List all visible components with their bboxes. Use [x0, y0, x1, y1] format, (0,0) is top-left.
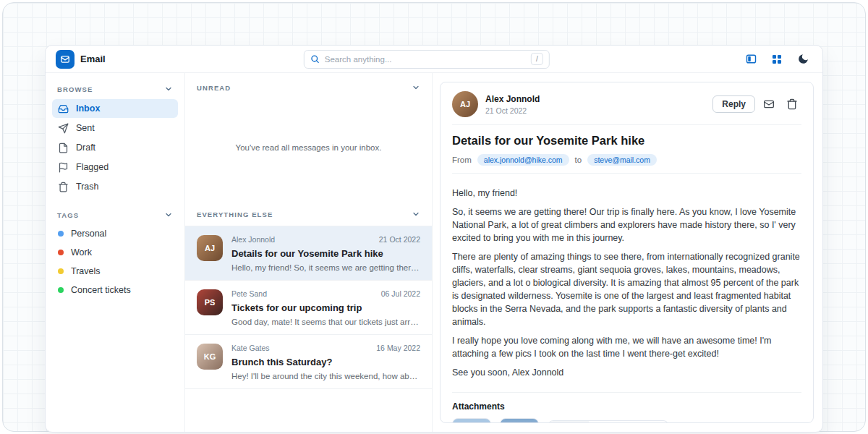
email-subject: Brunch this Saturday? [231, 357, 420, 367]
email-date: 16 May 2022 [376, 344, 420, 352]
tag-color-dot [58, 287, 64, 293]
detail-actions: Reply [712, 95, 801, 114]
photo-attachment-thumbnail[interactable] [452, 418, 491, 423]
email-paragraph: See you soon, Alex Jonnold [452, 366, 801, 379]
email-paragraph: Hello, my friend! [452, 187, 801, 200]
from-email-chip[interactable]: alex.jonnold@hike.com [477, 154, 569, 166]
tag-color-dot [58, 250, 64, 255]
avatar: KG [197, 344, 223, 370]
detail-header: AJ Alex Jonnold 21 Oct 2022 Reply [452, 91, 801, 117]
email-detail-pane: AJ Alex Jonnold 21 Oct 2022 Reply Detail… [440, 82, 814, 423]
tag-item-work[interactable]: Work [52, 243, 178, 262]
mark-unread-envelope-icon[interactable] [760, 95, 778, 114]
to-label: to [575, 156, 582, 164]
file-attachment-card[interactable]: videos-hike.zip 100 MB [548, 420, 669, 423]
email-paragraph: I really hope you love coming along with… [452, 334, 801, 360]
browse-collapse-chevron-icon[interactable] [164, 85, 173, 93]
search-shortcut-badge: / [531, 53, 543, 65]
app-header: Email / [46, 46, 822, 73]
app-title: Email [80, 54, 106, 64]
search-field[interactable] [325, 55, 526, 64]
email-date: 06 Jul 2022 [381, 289, 420, 298]
tag-color-dot [58, 231, 64, 237]
email-preview: Good day, mate! It seems that our ticket… [231, 318, 420, 326]
everything-collapse-chevron-icon[interactable] [412, 210, 420, 218]
everything-else-label: EVERYTHING ELSE [197, 210, 273, 218]
unread-label: UNREAD [197, 84, 231, 92]
email-sender: Alex Jonnold [231, 235, 275, 244]
reply-button[interactable]: Reply [712, 95, 755, 113]
tags-label: TAGS [57, 211, 79, 219]
avatar: AJ [197, 235, 223, 261]
trash-icon [58, 182, 69, 192]
detail-subject: Details for our Yosemite Park hike [452, 134, 801, 148]
email-logo-icon [56, 50, 75, 69]
tag-color-dot [58, 268, 64, 274]
sidebar-item-draft[interactable]: Draft [52, 138, 178, 157]
tag-item-travels[interactable]: Travels [52, 262, 178, 281]
email-list-item[interactable]: AJ Alex Jonnold 21 Oct 2022 Details for … [185, 226, 432, 281]
header-actions [741, 50, 812, 69]
send-icon [58, 123, 69, 134]
brand: Email [56, 50, 106, 69]
unread-collapse-chevron-icon[interactable] [412, 83, 420, 92]
sidebar-item-label: Inbox [76, 103, 100, 114]
search-input[interactable]: / [304, 50, 550, 69]
email-subject: Details for our Yosemite Park hike [231, 248, 420, 259]
divider [452, 124, 801, 125]
sidebar-layout-icon[interactable] [741, 50, 760, 69]
email-preview: Hey! I'll be around the city this weeken… [231, 372, 420, 380]
sidebar-item-inbox[interactable]: Inbox [52, 99, 178, 118]
unread-section-header: UNREAD [185, 73, 432, 99]
divider [452, 392, 801, 393]
to-email-chip[interactable]: steve@mail.com [587, 154, 657, 166]
tag-label: Work [71, 247, 92, 258]
draft-icon [58, 142, 69, 153]
avatar: AJ [452, 91, 478, 117]
everything-else-section-header: EVERYTHING ELSE [185, 200, 432, 226]
browse-section-header: BROWSE [52, 82, 178, 98]
avatar: PS [197, 289, 223, 315]
unread-empty-state: You've read all messages in your inbox. [185, 99, 432, 195]
mail-list-column: UNREAD You've read all messages in your … [185, 73, 433, 432]
email-paragraph: There are plenty of amazing things to se… [452, 250, 801, 328]
inbox-icon [58, 103, 69, 114]
email-list: AJ Alex Jonnold 21 Oct 2022 Details for … [185, 226, 432, 389]
apps-grid-icon[interactable] [767, 50, 786, 69]
search-icon [310, 54, 320, 64]
browse-label: BROWSE [57, 85, 93, 93]
tag-label: Travels [71, 266, 101, 276]
sidebar-item-label: Flagged [76, 162, 109, 172]
flag-icon [58, 162, 69, 173]
detail-date: 21 Oct 2022 [485, 106, 540, 115]
from-to-row: From alex.jonnold@hike.com to steve@mail… [452, 154, 801, 166]
sidebar-item-label: Trash [76, 182, 99, 192]
dark-mode-icon[interactable] [793, 50, 812, 69]
tag-item-concert-tickets[interactable]: Concert tickets [52, 281, 178, 299]
email-body: Hello, my friend! So, it seems we are ge… [452, 181, 801, 385]
attachments-heading: Attachments [452, 401, 801, 412]
delete-trash-icon[interactable] [783, 95, 801, 114]
app-body: BROWSE Inbox Sent [46, 73, 822, 432]
sidebar-item-sent[interactable]: Sent [52, 119, 178, 137]
email-sender: Pete Sand [231, 289, 267, 298]
tag-item-personal[interactable]: Personal [52, 224, 178, 243]
tags-collapse-chevron-icon[interactable] [164, 210, 173, 219]
tags-section-header: TAGS [52, 208, 178, 224]
photo-attachment-thumbnail[interactable] [500, 418, 539, 423]
email-app-window: Email / BROWSE [45, 45, 823, 433]
attachments-row: videos-hike.zip 100 MB [452, 418, 801, 423]
email-preview: Hello, my friend! So, it seems we are ge… [231, 263, 420, 272]
sidebar: BROWSE Inbox Sent [46, 73, 185, 432]
email-subject: Tickets for our upcoming trip [231, 302, 420, 313]
detail-sender-name: Alex Jonnold [485, 94, 540, 104]
sidebar-item-flagged[interactable]: Flagged [52, 158, 178, 176]
sidebar-item-label: Sent [76, 123, 95, 133]
sidebar-item-trash[interactable]: Trash [52, 177, 178, 196]
email-list-item[interactable]: PS Pete Sand 06 Jul 2022 Tickets for our… [185, 281, 432, 335]
from-label: From [452, 156, 472, 164]
tag-label: Personal [71, 229, 106, 239]
email-paragraph: So, it seems we are getting there! Our t… [452, 205, 801, 244]
email-list-item[interactable]: KG Kate Gates 16 May 2022 Brunch this Sa… [185, 335, 432, 389]
sidebar-item-label: Draft [76, 142, 95, 153]
